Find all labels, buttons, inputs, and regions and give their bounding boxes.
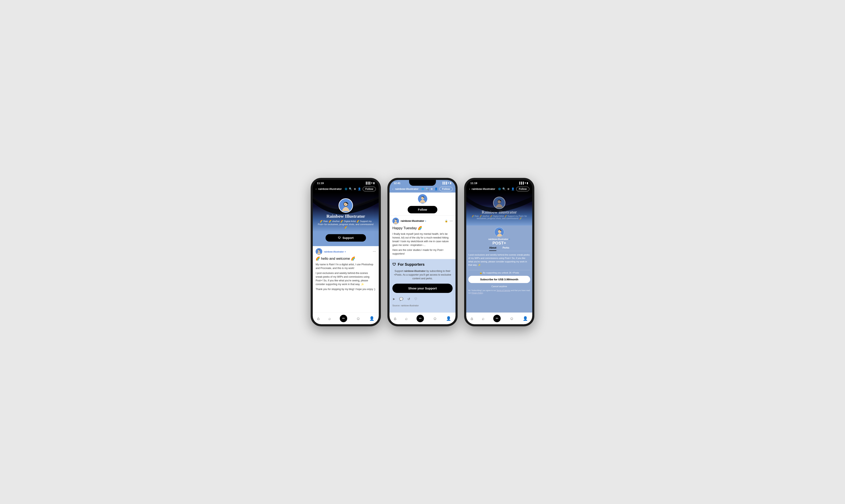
hero-section-2: Follow xyxy=(390,193,455,216)
post-text2-2: Here are the color studies I made for my… xyxy=(392,248,453,256)
post-username-1: rainbow-illustrator + xyxy=(324,250,346,253)
compose-btn-1[interactable]: ✏ xyxy=(340,315,347,322)
nav-icons-2: 🌐 🔍 ⊕ 👤 xyxy=(421,187,438,191)
bottom-nav-search-2[interactable]: ⌕ xyxy=(405,317,408,321)
cancel-text-3: Cancel anytime xyxy=(492,285,507,288)
nav-add-icon-2[interactable]: ⊕ xyxy=(431,187,433,191)
bottom-nav-search-1[interactable]: ⌕ xyxy=(328,317,331,321)
status-icons-1: ▐▐▐ ▾ ▮ xyxy=(365,182,375,184)
home-icon-2: ⌂ xyxy=(394,317,396,321)
home-icon-1: ⌂ xyxy=(317,317,320,321)
bottom-nav-2: ⌂ ⌕ ✏ ☺ 👤 xyxy=(390,312,455,324)
bottom-nav-home-1[interactable]: ⌂ xyxy=(317,317,320,321)
nav-search-icon-3[interactable]: 🔍 xyxy=(502,187,506,191)
support-button-1[interactable]: 🛡 Support xyxy=(326,234,366,241)
post-more-2[interactable]: ··· xyxy=(450,219,453,223)
postplus-avatar-svg-3 xyxy=(495,228,504,237)
person-icon-3: 👤 xyxy=(523,317,528,321)
emoji-icon-2: ☺ xyxy=(433,317,437,321)
emoji-icon-1: ☺ xyxy=(356,317,360,321)
avatar-svg-3 xyxy=(494,197,505,209)
nav-bar-3: ‹ rainbow-illustrator 🌐 🔍 ⊕ 👤 Follow xyxy=(466,185,532,193)
post-card-1: rainbow-illustrator + ··· 🌈 hello and we… xyxy=(313,246,379,294)
phones-container: 11:19 ▐▐▐ ▾ ▮ ‹ rainbow-illustrator 🌐 🔍 … xyxy=(311,178,534,326)
nav-add-icon-1[interactable]: ⊕ xyxy=(354,187,356,191)
hero-follow-btn-2[interactable]: Follow xyxy=(408,206,437,213)
share-icon-2[interactable]: ➤ xyxy=(392,297,395,301)
like-icon-2[interactable]: ♡ xyxy=(414,297,417,301)
bottom-nav-1: ⌂ ⌕ ✏ ☺ 👤 xyxy=(313,312,379,324)
bottom-nav-person-1[interactable]: 👤 xyxy=(369,317,375,321)
nav-person-icon-3[interactable]: 👤 xyxy=(511,187,515,191)
bottom-nav-compose-1[interactable]: ✏ xyxy=(340,315,347,322)
terms-text-3: By "Subscribing" you agree to our Terms … xyxy=(468,289,530,294)
time-3: 11:19 xyxy=(470,182,477,185)
post-text1-2: I finally took myself (and my mental hea… xyxy=(392,232,453,247)
nav-search-icon-2[interactable]: 🔍 xyxy=(426,187,429,191)
post-title-1: 🌈 hello and welcome 🌈 xyxy=(316,256,376,261)
hero-avatar-svg-2 xyxy=(418,194,427,203)
bottom-nav-home-3[interactable]: ⌂ xyxy=(470,317,473,321)
bottom-nav-home-2[interactable]: ⌂ xyxy=(394,317,396,321)
bottom-nav-emoji-2[interactable]: ☺ xyxy=(433,317,437,321)
nav-badge-icon-3: 🌐 xyxy=(498,188,501,190)
wifi-icon-2: ▾ xyxy=(448,182,449,184)
bottom-nav-emoji-1[interactable]: ☺ xyxy=(356,317,360,321)
nav-username-2: rainbow-illustrator xyxy=(395,187,420,191)
repost-icon-2[interactable]: ↺ xyxy=(408,297,410,301)
privacy-policy-link-3[interactable]: Privacy Policy xyxy=(471,292,483,294)
post-plus-badge-2: + xyxy=(425,220,426,222)
nav-search-icon-1[interactable]: 🔍 xyxy=(349,187,352,191)
status-icons-3: ▐▐▐ ▾ ▮ xyxy=(518,182,528,184)
post-username-2: rainbow-illustrator xyxy=(401,219,424,222)
nav-person-icon-2[interactable]: 👤 xyxy=(434,187,438,191)
bottom-nav-search-3[interactable]: ⌕ xyxy=(482,317,484,321)
for-supporters-text-2: Support rainbow-illustrator by subscribi… xyxy=(392,269,453,280)
compose-btn-3[interactable]: ✏ xyxy=(493,315,501,322)
shield-icon-2: 🛡 xyxy=(392,263,396,267)
back-icon-3[interactable]: ‹ xyxy=(469,187,470,191)
battery-icon-2: ▮ xyxy=(450,182,451,184)
cancel-text-wrapper-3: Cancel anytime xyxy=(468,284,530,288)
post-avatar-svg-1 xyxy=(316,248,322,255)
profile-name-3: Rainbow Illustrator xyxy=(482,210,517,215)
bottom-nav-compose-2[interactable]: ✏ xyxy=(416,315,424,322)
compose-btn-2[interactable]: ✏ xyxy=(416,315,424,322)
nav-follow-btn-2[interactable]: Follow xyxy=(439,187,453,191)
post-more-1[interactable]: ··· xyxy=(373,249,376,254)
postplus-tab-about-3[interactable]: About xyxy=(489,246,496,251)
nav-add-icon-3[interactable]: ⊕ xyxy=(507,187,510,191)
person-icon-2: 👤 xyxy=(446,317,451,321)
post-card-avatar-2 xyxy=(392,218,399,224)
back-icon-2[interactable]: ‹ xyxy=(392,187,393,191)
postplus-username-3: rainbow-illustrator + xyxy=(488,238,510,240)
bottom-nav-3: ⌂ ⌕ ✏ ☺ 👤 xyxy=(466,312,532,324)
back-icon-1[interactable]: ‹ xyxy=(316,187,316,191)
comment-icon-2[interactable]: 💬 xyxy=(399,297,403,301)
for-supporters-section-2: 🛡 For Supporters Support rainbow-illustr… xyxy=(390,259,455,312)
subscribe-btn-3[interactable]: Subscribe for US$ 3.99/month xyxy=(468,276,530,283)
nav-badge-icon-1: 🌐 xyxy=(345,188,347,190)
time-1: 11:19 xyxy=(317,182,324,185)
nav-follow-btn-1[interactable]: Follow xyxy=(363,187,376,191)
terms-of-service-link-3[interactable]: Terms of Service xyxy=(497,289,511,291)
bottom-nav-person-3[interactable]: 👤 xyxy=(523,317,528,321)
bottom-nav-compose-3[interactable]: ✏ xyxy=(493,315,501,322)
postplus-tab-perks-3[interactable]: Perks xyxy=(502,246,510,251)
post-card-2: rainbow-illustrator + 🔒 ··· Happy Tuesda… xyxy=(390,216,455,259)
notch-1 xyxy=(332,180,359,186)
bottom-nav-person-2[interactable]: 👤 xyxy=(446,317,451,321)
show-support-btn-2[interactable]: Show your Support xyxy=(392,284,453,293)
phone-3: 11:19 ▐▐▐ ▾ ▮ ‹ rainbow-illustrator 🌐 🔍 … xyxy=(464,178,534,326)
nav-follow-btn-3[interactable]: Follow xyxy=(516,187,529,191)
notch-3 xyxy=(486,180,513,186)
nav-person-icon-1[interactable]: 👤 xyxy=(358,187,361,191)
nav-badge-icon-2: 🌐 xyxy=(421,188,424,190)
post-card-avatar-1 xyxy=(316,248,322,255)
bottom-nav-emoji-3[interactable]: ☺ xyxy=(510,317,514,321)
post-actions-2: ➤ 💬 ↺ ♡ xyxy=(392,295,453,303)
profile-name-1: Rainbow Illustrator xyxy=(326,214,365,219)
battery-icon-3: ▮ xyxy=(527,182,528,184)
notch-2 xyxy=(409,180,436,186)
home-icon-3: ⌂ xyxy=(470,317,473,321)
